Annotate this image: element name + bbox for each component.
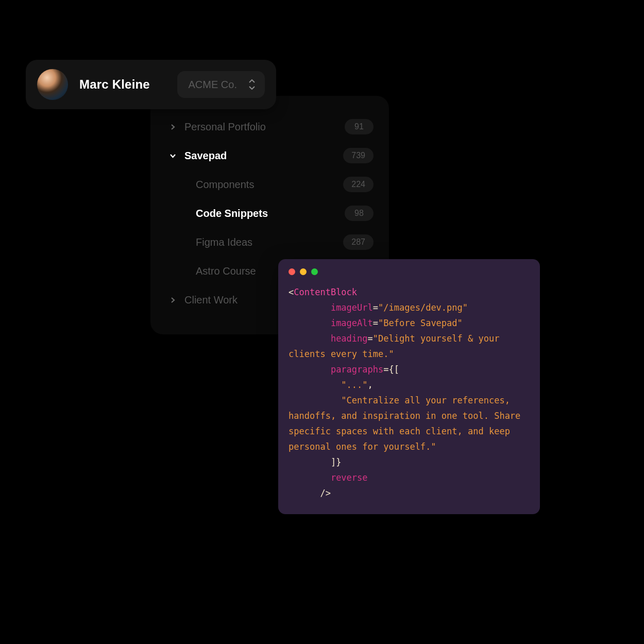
code-content[interactable]: <ContentBlock imageUrl="/images/dev.png"… bbox=[289, 284, 530, 501]
minimize-icon[interactable] bbox=[300, 268, 307, 275]
chevron-down-icon bbox=[168, 153, 177, 159]
count-badge: 739 bbox=[343, 148, 374, 163]
user-name: Marc Kleine bbox=[79, 77, 150, 92]
org-select[interactable]: ACME Co. bbox=[177, 71, 265, 98]
sidebar-item-label: Personal Portfolio bbox=[184, 121, 337, 133]
sidebar-subitem-code-snippets[interactable]: Code Snippets 98 bbox=[166, 199, 374, 228]
sidebar-item-label: Savepad bbox=[184, 150, 336, 162]
sidebar-item-label: Code Snippets bbox=[196, 208, 337, 219]
sidebar-item-savepad[interactable]: Savepad 739 bbox=[166, 141, 374, 170]
chevron-right-icon bbox=[168, 297, 177, 303]
sidebar-subitem-components[interactable]: Components 224 bbox=[166, 170, 374, 199]
sidebar-item-label: Figma Ideas bbox=[196, 236, 336, 248]
close-icon[interactable] bbox=[289, 268, 295, 275]
profile-pill: Marc Kleine ACME Co. bbox=[26, 60, 276, 109]
count-badge: 98 bbox=[345, 206, 374, 221]
count-badge: 287 bbox=[343, 234, 374, 250]
maximize-icon[interactable] bbox=[311, 268, 318, 275]
chevron-right-icon bbox=[168, 124, 177, 130]
code-snippet-window: <ContentBlock imageUrl="/images/dev.png"… bbox=[278, 259, 540, 514]
count-badge: 91 bbox=[345, 119, 374, 134]
count-badge: 224 bbox=[343, 177, 374, 192]
avatar[interactable] bbox=[37, 69, 68, 100]
sidebar-subitem-figma-ideas[interactable]: Figma Ideas 287 bbox=[166, 228, 374, 257]
chevron-up-down-icon bbox=[248, 79, 256, 90]
sidebar-item-label: Components bbox=[196, 179, 336, 191]
org-name: ACME Co. bbox=[189, 79, 237, 91]
sidebar-item-personal-portfolio[interactable]: Personal Portfolio 91 bbox=[166, 112, 374, 141]
window-controls bbox=[289, 268, 530, 275]
